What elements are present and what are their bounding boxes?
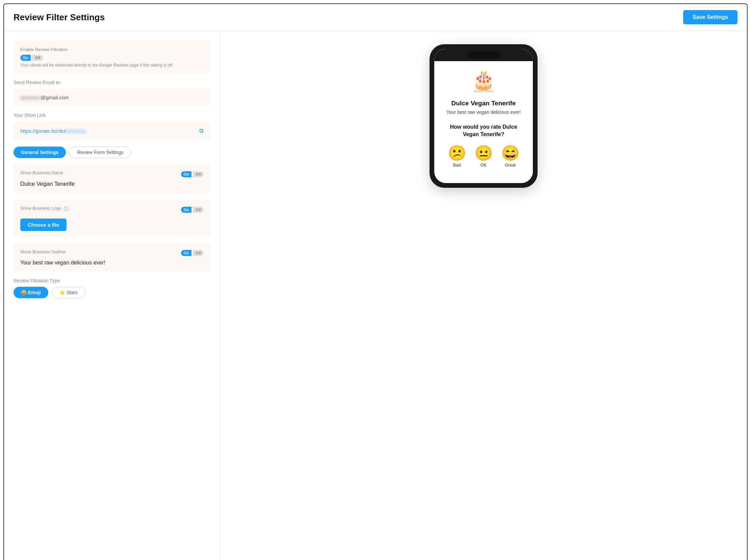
emoji-face: 😐	[474, 145, 493, 160]
business-logo-card: Show Business Logo i On Off Choose a fil…	[14, 200, 210, 237]
filtration-toggle[interactable]: On Off	[20, 55, 204, 61]
save-settings-button[interactable]: Save Settings	[683, 10, 737, 24]
emoji-face: 😄	[501, 145, 520, 160]
filtration-type-group: 😀 Emoji ⭐ Stars	[14, 287, 210, 298]
business-logo-toggle-on[interactable]: On	[181, 207, 191, 213]
choose-file-button[interactable]: Choose a file	[20, 219, 66, 231]
emoji-item[interactable]: 😄 Great	[501, 145, 520, 167]
email-prefix: xxxxxxxx	[20, 95, 41, 100]
business-name-card: Show Business Name On Off Dulce Vegan Te…	[14, 164, 210, 194]
phone-notch	[467, 51, 501, 59]
header: Review Filter Settings Save Settings	[4, 4, 747, 31]
business-outline-toggle[interactable]: On Off	[181, 250, 204, 256]
filtration-notice: Your clients will be redirected directly…	[20, 63, 204, 67]
phone-top-bar	[434, 49, 533, 61]
email-section-label: Send Review Email to:	[14, 80, 210, 85]
filtration-label: Enable Review Filtration	[20, 47, 204, 52]
business-logo-label: Show Business Logo i	[20, 206, 68, 211]
email-value: xxxxxxxx@gmail.com	[20, 95, 204, 100]
logo-brand-text: DULCE VEGAN	[472, 90, 495, 93]
toggle-on-label[interactable]: On	[20, 55, 31, 61]
business-name-toggle[interactable]: On Off	[181, 171, 204, 177]
phone-emojis: 😕 Bad 😐 OK 😄 Great	[442, 145, 525, 167]
tab-general-settings[interactable]: General Settings	[14, 146, 66, 158]
business-name-toggle-off[interactable]: Off	[193, 171, 204, 177]
short-link-section-label: Your Short Link	[14, 113, 210, 118]
right-panel: 🎂 DULCE VEGAN Dulce Vegan Tenerife Your …	[220, 31, 747, 560]
filtration-type-emoji[interactable]: 😀 Emoji	[14, 287, 48, 298]
copy-icon[interactable]: ⧉	[199, 127, 204, 135]
phone-logo: 🎂 DULCE VEGAN	[470, 68, 497, 95]
business-outline-card: Show Business Outline On Off Your best r…	[14, 243, 210, 272]
phone-inner: 🎂 DULCE VEGAN Dulce Vegan Tenerife Your …	[434, 49, 533, 183]
filtration-type-section: Review Filtration Type 😀 Emoji ⭐ Stars	[14, 278, 210, 298]
business-name-toggle-on[interactable]: On	[181, 171, 191, 177]
business-outline-value: Your best raw vegan delicious ever!	[20, 260, 204, 266]
page-title: Review Filter Settings	[14, 12, 105, 23]
short-link-value: https://gorate.biz/dulxxxxxxxx	[20, 128, 86, 134]
short-link-suffix: xxxxxxxx	[66, 128, 86, 134]
main-content: Enable Review Filtration On Off Your cli…	[4, 31, 747, 560]
emoji-face: 😕	[448, 145, 466, 160]
emoji-label: Bad	[453, 162, 461, 167]
short-link-row: https://gorate.biz/dulxxxxxxxx ⧉	[20, 127, 204, 135]
filtration-type-label: Review Filtration Type	[14, 278, 210, 283]
phone-question: How would you rate Dulce Vegan Tenerife?	[442, 123, 525, 139]
business-name-label-row: Show Business Name On Off	[20, 170, 204, 178]
business-outline-toggle-on[interactable]: On	[181, 250, 191, 256]
emoji-item[interactable]: 😐 OK	[474, 145, 493, 167]
business-outline-label-row: Show Business Outline On Off	[20, 249, 204, 257]
business-name-label: Show Business Name	[20, 170, 63, 175]
business-outline-label: Show Business Outline	[20, 249, 65, 254]
filtration-card: Enable Review Filtration On Off Your cli…	[14, 41, 210, 74]
phone-tagline: Your best raw vegan delicious ever!	[442, 109, 525, 116]
tab-review-form-settings[interactable]: Review Form Settings	[69, 146, 131, 158]
emoji-item[interactable]: 😕 Bad	[448, 145, 466, 167]
info-icon: i	[64, 206, 68, 211]
phone-content: 🎂 DULCE VEGAN Dulce Vegan Tenerife Your …	[434, 61, 533, 173]
emoji-label: Great	[505, 162, 516, 167]
left-panel: Enable Review Filtration On Off Your cli…	[4, 31, 220, 560]
phone-mockup: 🎂 DULCE VEGAN Dulce Vegan Tenerife Your …	[429, 44, 537, 188]
emoji-label: OK	[481, 162, 487, 167]
toggle-off-label[interactable]: Off	[32, 55, 43, 61]
business-logo-toggle[interactable]: On Off	[181, 207, 204, 213]
phone-business-name: Dulce Vegan Tenerife	[442, 100, 525, 107]
business-logo-label-row: Show Business Logo i On Off	[20, 206, 204, 214]
logo-cake-icon: 🎂	[472, 70, 495, 89]
business-logo-toggle-off[interactable]: Off	[193, 207, 204, 213]
business-outline-toggle-off[interactable]: Off	[193, 250, 204, 256]
business-name-value: Dulce Vegan Tenerife	[20, 181, 204, 187]
filtration-type-stars[interactable]: ⭐ Stars	[52, 287, 85, 298]
tab-group: General Settings Review Form Settings	[14, 146, 210, 158]
short-link-card: https://gorate.biz/dulxxxxxxxx ⧉	[14, 121, 210, 140]
email-card: xxxxxxxx@gmail.com	[14, 88, 210, 106]
